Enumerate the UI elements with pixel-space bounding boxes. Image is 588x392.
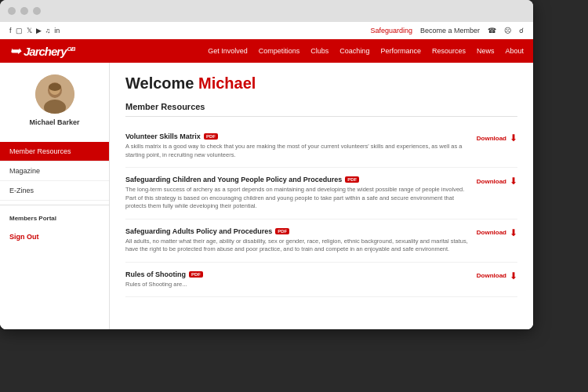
nav-coaching[interactable]: Coaching [339, 47, 369, 55]
resource-title-2: Safeguarding Children and Young People P… [125, 176, 469, 183]
nav-bar: ➥ JarcheryGB Get Involved Competitions C… [0, 39, 533, 63]
phone-icon[interactable]: ☎ [488, 27, 496, 34]
resource-badge-1: PDF [204, 133, 218, 140]
download-icon-2: ⬇ [510, 176, 517, 187]
facebook-icon[interactable]: f [9, 27, 12, 34]
safeguarding-link[interactable]: Safeguarding [370, 27, 412, 34]
logo[interactable]: ➥ JarcheryGB [9, 42, 75, 60]
resource-info-1: Volunteer Skills Matrix PDF A skills mat… [125, 132, 477, 159]
resource-download-4[interactable]: Download ⬇ [477, 270, 517, 281]
download-icon-3: ⬇ [510, 227, 517, 238]
section-title: Member Resources [125, 102, 517, 117]
youtube-icon[interactable]: ▶ [36, 27, 42, 34]
browser-dot-maximize[interactable] [33, 7, 41, 15]
nav-items: Get Involved Competitions Clubs Coaching… [91, 47, 524, 55]
resource-desc-2: The long-term success of archery as a sp… [125, 186, 469, 211]
download-icon-1: ⬇ [510, 132, 517, 143]
top-utility-bar: f ▢ 𝕏 ▶ ♫ in Safeguarding Become a Membe… [0, 22, 533, 39]
resource-item-1: Volunteer Skills Matrix PDF A skills mat… [125, 125, 517, 168]
download-icon-4: ⬇ [510, 270, 517, 281]
sidebar-divider [0, 205, 109, 205]
logo-text: JarcheryGB [24, 45, 75, 58]
welcome-heading: Welcome Michael [125, 74, 517, 93]
avatar [35, 74, 74, 114]
sign-out-button[interactable]: Sign Out [0, 227, 109, 246]
resource-download-1[interactable]: Download ⬇ [477, 132, 517, 143]
browser-window: f ▢ 𝕏 ▶ ♫ in Safeguarding Become a Membe… [0, 0, 533, 329]
resource-desc-4: Rules of Shooting are... [125, 281, 469, 289]
nav-about[interactable]: About [505, 47, 524, 55]
nav-get-involved[interactable]: Get Involved [208, 47, 248, 55]
resource-info-2: Safeguarding Children and Young People P… [125, 176, 477, 211]
social-icons: f ▢ 𝕏 ▶ ♫ in [9, 27, 60, 34]
linkedin-icon[interactable]: in [54, 27, 60, 34]
resource-desc-3: All adults, no matter what their age, ab… [125, 238, 469, 254]
tiktok-icon[interactable]: ♫ [45, 27, 51, 34]
user-name: Michael Barker [29, 118, 79, 126]
resources-list: Volunteer Skills Matrix PDF A skills mat… [125, 125, 517, 297]
resource-download-2[interactable]: Download ⬇ [477, 176, 517, 187]
main-content: Michael Barker Member Resources Magazine… [0, 63, 533, 329]
members-portal-label: Members Portal [0, 209, 109, 227]
resource-info-3: Safeguarding Adults Policy and Procedure… [125, 227, 477, 254]
avatar-container: Michael Barker [0, 74, 109, 136]
welcome-text: Welcome [125, 74, 198, 92]
nav-performance[interactable]: Performance [380, 47, 421, 55]
resource-info-4: Rules of Shooting PDF Rules of Shooting … [125, 270, 477, 289]
resource-badge-4: PDF [189, 271, 203, 278]
search-icon[interactable]: ☌ [519, 27, 524, 34]
resource-title-1: Volunteer Skills Matrix PDF [125, 132, 469, 140]
content-area: Welcome Michael Member Resources Volunte… [110, 63, 533, 329]
logo-archery: archery [29, 45, 66, 58]
twitter-icon[interactable]: 𝕏 [27, 27, 32, 34]
browser-chrome [0, 0, 533, 22]
nav-news[interactable]: News [477, 47, 495, 55]
nav-competitions[interactable]: Competitions [259, 47, 300, 55]
download-label-2: Download [477, 178, 506, 185]
download-label-4: Download [477, 272, 506, 279]
download-label-3: Download [477, 229, 506, 236]
sidebar-menu: Member Resources Magazine E-Zines Member… [0, 142, 109, 246]
nav-resources[interactable]: Resources [432, 47, 466, 55]
resource-badge-2: PDF [345, 176, 359, 183]
resource-item-3: Safeguarding Adults Policy and Procedure… [125, 220, 517, 263]
resource-badge-3: PDF [275, 228, 289, 234]
sidebar: Michael Barker Member Resources Magazine… [0, 63, 110, 329]
browser-dot-minimize[interactable] [20, 7, 28, 15]
instagram-icon[interactable]: ▢ [16, 27, 23, 34]
resource-download-3[interactable]: Download ⬇ [477, 227, 517, 238]
utility-links: Safeguarding Become a Member ☎ ☹ ☌ [370, 27, 524, 34]
logo-gb: GB [67, 45, 75, 53]
sidebar-magazine[interactable]: Magazine [0, 162, 109, 181]
svg-point-4 [49, 83, 61, 91]
sidebar-member-resources[interactable]: Member Resources [0, 142, 109, 162]
logo-arrow: ➥ [9, 42, 21, 60]
user-icon[interactable]: ☹ [504, 27, 511, 34]
resource-item-2: Safeguarding Children and Young People P… [125, 168, 517, 220]
resource-desc-1: A skills matrix is a good way to check t… [125, 143, 469, 159]
resource-title-3: Safeguarding Adults Policy and Procedure… [125, 227, 469, 235]
become-member-link[interactable]: Become a Member [420, 27, 480, 34]
welcome-name: Michael [198, 74, 256, 92]
resource-title-4: Rules of Shooting PDF [125, 270, 469, 278]
nav-clubs[interactable]: Clubs [310, 47, 328, 55]
download-label-1: Download [477, 135, 506, 142]
browser-dot-close[interactable] [8, 7, 16, 15]
resource-item-4: Rules of Shooting PDF Rules of Shooting … [125, 263, 517, 298]
sidebar-ezines[interactable]: E-Zines [0, 181, 109, 201]
